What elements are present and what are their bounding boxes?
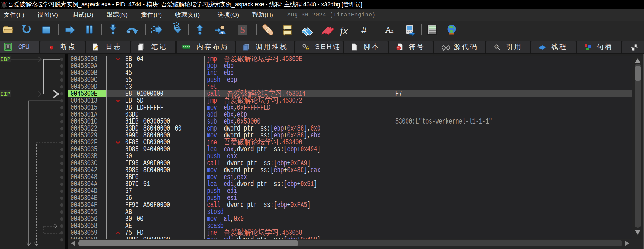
svg-text:z: z [391,28,394,34]
svg-text:#: # [361,25,367,35]
svg-text:S: S [240,24,245,35]
svg-text:fx: fx [340,25,348,36]
svg-text:32: 32 [3,2,5,4]
svg-text:A: A [385,25,392,34]
svg-text:EIP: EIP [0,91,10,97]
svg-text:EBP: EBP [0,56,10,63]
